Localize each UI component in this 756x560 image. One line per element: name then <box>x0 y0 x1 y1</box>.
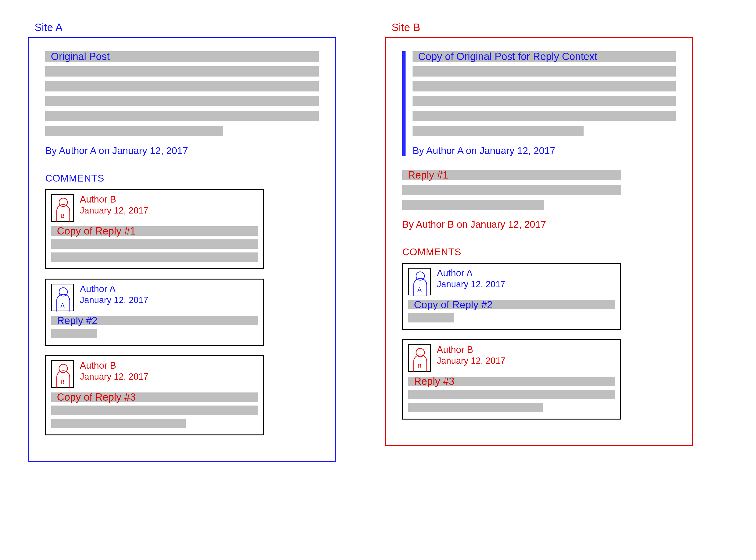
comment-author: Author B <box>437 344 505 355</box>
comment-date: January 12, 2017 <box>80 205 148 216</box>
site-b-column: Site B Copy of Original Post for Reply C… <box>385 21 693 462</box>
quoted-post-title: Copy of Original Post for Reply Context <box>418 51 597 62</box>
comment-body-label: Copy of Reply #3 <box>57 391 136 403</box>
avatar-letter: B <box>52 378 73 386</box>
quoted-post: Copy of Original Post for Reply Context … <box>402 51 676 156</box>
site-b-comment-list: A Author A January 12, 2017 Copy of Repl… <box>402 263 621 420</box>
original-post-body: Original Post <box>45 51 319 136</box>
original-post-byline: By Author A on January 12, 2017 <box>45 145 319 156</box>
comment-date: January 12, 2017 <box>80 372 148 382</box>
site-a-comment-list: B Author B January 12, 2017 Copy of Repl… <box>45 189 264 435</box>
site-a-column: Site A Original Post By Author A on Janu… <box>28 21 336 462</box>
site-a-box: Original Post By Author A on January 12,… <box>28 37 336 462</box>
comment-author: Author A <box>437 268 505 278</box>
avatar: B <box>408 344 431 372</box>
avatar-letter: A <box>52 302 73 309</box>
comment-box: B Author B January 12, 2017 Reply #3 <box>402 339 621 420</box>
avatar-letter: B <box>52 212 73 220</box>
comment-author: Author A <box>80 284 148 294</box>
comment-box: A Author A January 12, 2017 Reply #2 <box>45 279 264 346</box>
comment-box: B Author B January 12, 2017 Copy of Repl… <box>45 355 264 435</box>
quoted-post-byline: By Author A on January 12, 2017 <box>413 145 676 156</box>
avatar-letter: B <box>409 363 430 370</box>
avatar: A <box>408 268 431 295</box>
quoted-post-title-bar: Copy of Original Post for Reply Context <box>413 51 676 62</box>
site-a-label: Site A <box>35 21 336 34</box>
avatar: B <box>51 360 74 388</box>
comment-body-label: Copy of Reply #2 <box>414 299 493 311</box>
comment-body-label: Reply #3 <box>414 376 455 387</box>
avatar: A <box>51 284 74 311</box>
comment-date: January 12, 2017 <box>437 279 505 289</box>
comment-box: B Author B January 12, 2017 Copy of Repl… <box>45 189 264 269</box>
quote-accent-bar <box>402 51 405 156</box>
avatar-letter: A <box>409 286 430 293</box>
reply-title-bar: Reply #1 <box>402 170 621 180</box>
comment-body-label: Reply #2 <box>57 315 98 326</box>
comment-date: January 12, 2017 <box>80 295 148 305</box>
site-b-comments-heading: COMMENTS <box>402 246 676 258</box>
original-post-title-bar: Original Post <box>45 51 319 62</box>
reply-title: Reply #1 <box>408 169 449 181</box>
comment-date: January 12, 2017 <box>437 356 505 366</box>
original-post-title: Original Post <box>51 51 110 62</box>
comment-author: Author B <box>80 194 148 205</box>
site-b-box: Copy of Original Post for Reply Context … <box>385 37 693 446</box>
comment-body-label: Copy of Reply #1 <box>57 225 136 237</box>
reply-byline: By Author B on January 12, 2017 <box>402 219 621 230</box>
comment-author: Author B <box>80 360 148 371</box>
site-b-label: Site B <box>392 21 693 34</box>
avatar: B <box>51 194 74 222</box>
site-a-comments-heading: COMMENTS <box>45 173 319 184</box>
comment-box: A Author A January 12, 2017 Copy of Repl… <box>402 263 621 330</box>
reply-post: Reply #1 By Author B on January 12, 2017 <box>402 170 621 230</box>
